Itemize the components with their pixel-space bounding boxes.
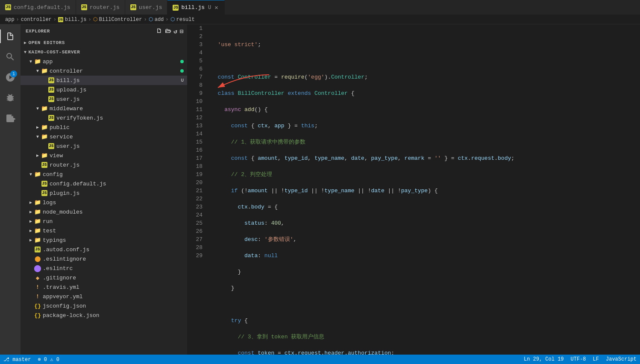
refresh-icon[interactable]: ↺	[173, 28, 177, 35]
tab-config-default[interactable]: JS config.default.js	[0, 0, 76, 15]
sidebar-item-travis[interactable]: ! .travis.yml	[21, 282, 187, 292]
git-branch[interactable]: ⎇ master	[3, 356, 31, 363]
no-arrow	[41, 114, 48, 121]
sidebar-label-typings: typings	[43, 237, 184, 244]
error-count[interactable]: ⊗ 0 ⚠ 0	[38, 356, 59, 363]
sidebar-item-bill[interactable]: JS bill.js U	[21, 76, 187, 85]
close-tab-button[interactable]: ✕	[214, 4, 219, 11]
sidebar-label-config-default: config.default.js	[50, 181, 184, 187]
sidebar-item-logs[interactable]: ▶ 📁 logs	[21, 198, 187, 207]
git-badge: 1	[10, 70, 17, 77]
sidebar-label-autod: .autod.conf.js	[43, 247, 184, 253]
sidebar-item-config-default[interactable]: JS config.default.js	[21, 179, 187, 188]
sidebar-item-middleware[interactable]: ▼ 📁 middleware	[21, 104, 187, 113]
new-folder-icon[interactable]: 🗁	[165, 28, 171, 35]
explorer-title: EXPLORER	[26, 29, 50, 34]
breadcrumb-var[interactable]: result	[176, 17, 195, 23]
line-ending: LF	[593, 356, 599, 362]
sidebar-item-upload[interactable]: JS upload.js	[21, 85, 187, 94]
sidebar-item-config[interactable]: ▼ 📁 config	[21, 170, 187, 179]
sidebar-item-eslintignore[interactable]: ⬤ .eslintignore	[21, 254, 187, 264]
breadcrumb-controller[interactable]: controller	[21, 17, 52, 23]
folder-icon: 📁	[34, 208, 41, 215]
js-file-icon: JS	[34, 246, 41, 253]
new-file-icon[interactable]: 🗋	[156, 28, 162, 35]
sidebar-item-service[interactable]: ▼ 📁 service	[21, 132, 187, 141]
sidebar-label-plugin: plugin.js	[50, 190, 184, 197]
folder-icon: 📁	[41, 105, 48, 112]
js-file-icon: JS	[48, 77, 55, 84]
code-editor[interactable]: 'use strict'; const Controller = require…	[208, 24, 640, 355]
exclaim-icon: !	[34, 293, 41, 300]
sidebar-item-controller[interactable]: ▼ 📁 controller	[21, 66, 187, 76]
sidebar: EXPLORER 🗋 🗁 ↺ ⊟ ▶ OPEN EDITORS ▼ KAIMO-…	[21, 24, 187, 355]
var-icon: ⬡	[170, 16, 175, 23]
sidebar-label-public: public	[50, 124, 184, 131]
sidebar-item-plugin[interactable]: JS plugin.js	[21, 188, 187, 198]
sidebar-item-view[interactable]: ▶ 📁 view	[21, 151, 187, 160]
sidebar-label-verifytoken: verifyToken.js	[56, 115, 184, 121]
modified-dot	[180, 69, 184, 73]
js-file-icon: JS	[48, 86, 55, 93]
sidebar-label-logs: logs	[43, 200, 184, 206]
sidebar-item-user-svc[interactable]: JS user.js	[21, 141, 187, 151]
language[interactable]: JavaScript	[606, 356, 637, 362]
sidebar-item-gitignore[interactable]: ◆ .gitignore	[21, 273, 187, 282]
js-icon: JS	[81, 4, 87, 10]
json-icon: {}	[34, 312, 41, 319]
sidebar-item-router[interactable]: JS router.js	[21, 160, 187, 170]
activity-bar: 1	[0, 24, 21, 355]
collapse-icon[interactable]: ⊟	[180, 28, 184, 35]
sidebar-item-autod[interactable]: JS .autod.conf.js	[21, 245, 187, 254]
tab-bar: JS config.default.js JS router.js JS use…	[0, 0, 640, 15]
sidebar-item-app[interactable]: ▼ 📁 app	[21, 57, 187, 66]
sidebar-label-test: test	[43, 228, 184, 234]
search-activity-icon[interactable]	[0, 47, 21, 67]
sidebar-item-public[interactable]: ▶ 📁 public	[21, 123, 187, 132]
sidebar-label-gitignore: .gitignore	[43, 275, 184, 281]
extensions-icon[interactable]	[0, 108, 21, 129]
breadcrumb-method[interactable]: add	[155, 17, 164, 23]
sidebar-label-bill: bill.js	[56, 77, 181, 84]
tab-bill[interactable]: JS bill.js U ✕	[167, 0, 224, 15]
sidebar-label-appveyor: appveyor.yml	[43, 294, 184, 300]
folder-arrow: ▶	[27, 199, 34, 206]
sidebar-item-package-lock[interactable]: {} package-lock.json	[21, 311, 187, 320]
main-layout: 1 EXPLORER 🗋 🗁 ↺ ⊟	[0, 24, 640, 355]
js-icon: JS	[58, 17, 63, 22]
sidebar-label-run: run	[43, 218, 184, 225]
debug-icon[interactable]	[0, 88, 21, 108]
folder-arrow: ▶	[27, 227, 34, 234]
sidebar-label-upload: upload.js	[56, 87, 184, 93]
js-icon: JS	[130, 4, 136, 10]
sidebar-label-config: config	[43, 171, 184, 178]
project-section[interactable]: ▼ KAIMO-COST-SERVER	[21, 47, 187, 57]
sidebar-item-typings[interactable]: ▶ 📁 typings	[21, 235, 187, 245]
sidebar-item-jsconfig[interactable]: {} jsconfig.json	[21, 301, 187, 311]
open-editors-section[interactable]: ▶ OPEN EDITORS	[21, 38, 187, 47]
git-icon[interactable]: 1	[0, 67, 21, 88]
sidebar-item-user-ctrl[interactable]: JS user.js	[21, 94, 187, 104]
sidebar-header-icons: 🗋 🗁 ↺ ⊟	[156, 28, 184, 35]
sidebar-item-test[interactable]: ▶ 📁 test	[21, 226, 187, 235]
files-icon[interactable]	[0, 26, 21, 47]
sidebar-item-eslintrc[interactable]: ⬤ .eslintrc	[21, 264, 187, 273]
tab-router[interactable]: JS router.js	[76, 0, 125, 15]
line-numbers: 12345 678910 1112131415 1617181920 21222…	[187, 24, 208, 355]
breadcrumb-file[interactable]: bill.js	[65, 17, 86, 23]
no-arrow	[34, 161, 41, 168]
circle-icon: ⬤	[34, 255, 41, 262]
editor: 12345 678910 1112131415 1617181920 21222…	[187, 24, 640, 355]
sidebar-item-verifytoken[interactable]: JS verifyToken.js	[21, 113, 187, 123]
sidebar-item-run[interactable]: ▶ 📁 run	[21, 217, 187, 226]
class-icon: ⬡	[93, 16, 97, 23]
sidebar-label-travis: .travis.yml	[43, 284, 184, 291]
sidebar-label-eslintignore: .eslintignore	[43, 256, 184, 262]
tab-user[interactable]: JS user.js	[125, 0, 168, 15]
sidebar-item-node-modules[interactable]: ▶ 📁 node_modules	[21, 207, 187, 217]
js-file-icon: JS	[41, 180, 48, 187]
editor-content[interactable]: 12345 678910 1112131415 1617181920 21222…	[187, 24, 640, 355]
sidebar-item-appveyor[interactable]: ! appveyor.yml	[21, 292, 187, 301]
breadcrumb-app[interactable]: app	[5, 17, 15, 23]
breadcrumb-class[interactable]: BillController	[99, 17, 142, 23]
